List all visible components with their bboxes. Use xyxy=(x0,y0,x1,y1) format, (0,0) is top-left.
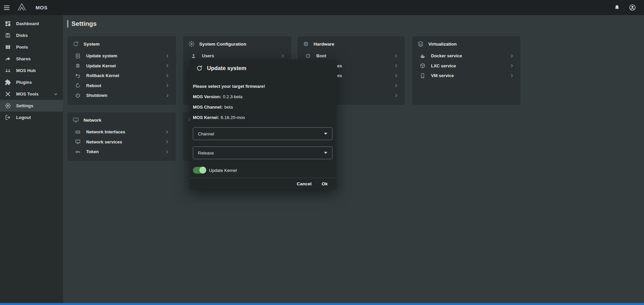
item-network-interfaces[interactable]: Network Interfaces xyxy=(67,127,176,137)
channel-select-label: Channel xyxy=(198,131,324,136)
item-lxc-service[interactable]: LXC service xyxy=(412,61,521,71)
chevron-right-icon xyxy=(165,73,170,78)
item-network-services[interactable]: Network services xyxy=(67,137,176,147)
item-shutdown[interactable]: Shutdown xyxy=(67,90,176,101)
card-system: System Update system Update Kernel Rollb… xyxy=(67,36,176,105)
item-update-kernel[interactable]: Update Kernel xyxy=(67,61,176,71)
docker-whale-icon xyxy=(420,53,426,59)
update-kernel-toggle-row: Update Kernel xyxy=(193,167,332,174)
sidebar-item-mos-tools[interactable]: MOS Tools xyxy=(0,88,63,100)
item-reboot[interactable]: Reboot xyxy=(67,81,176,91)
sidebar: Dashboard Disks Pools Shares MOS Hub Plu… xyxy=(0,15,63,303)
power-icon xyxy=(75,93,81,99)
top-app-bar: MOS xyxy=(0,0,644,15)
card-title: Network xyxy=(84,118,101,123)
restart-icon xyxy=(75,82,81,88)
chevron-right-icon xyxy=(509,63,515,68)
card-title: System xyxy=(84,42,100,47)
mos-channel-line: MOS Channel:beta xyxy=(193,105,332,110)
update-kernel-toggle[interactable] xyxy=(193,167,206,174)
gear-icon xyxy=(188,41,195,47)
card-virtualization: Virtualization Docker service LXC servic… xyxy=(412,36,521,105)
ethernet-icon xyxy=(75,129,81,135)
sidebar-item-pools[interactable]: Pools xyxy=(0,41,63,53)
card-system-configuration-header: System Configuration xyxy=(183,36,291,51)
item-docker-service[interactable]: Docker service xyxy=(412,51,521,61)
item-token[interactable]: Token xyxy=(67,147,176,157)
sidebar-item-disks[interactable]: Disks xyxy=(0,29,63,41)
account-icon[interactable] xyxy=(628,3,637,12)
sidebar-item-label: Dashboard xyxy=(16,21,58,26)
release-select[interactable]: Release xyxy=(193,146,332,159)
sidebar-item-label: MOS Hub xyxy=(16,68,58,73)
sidebar-item-label: MOS Tools xyxy=(16,92,48,97)
item-rollback-kernel[interactable]: Rollback Kernel xyxy=(67,71,176,81)
sidebar-item-mos-hub[interactable]: MOS Hub xyxy=(0,65,63,76)
ok-button[interactable]: Ok xyxy=(318,179,332,188)
update-icon xyxy=(72,41,79,47)
chevron-right-icon xyxy=(509,73,515,78)
card-network: Network Network Interfaces Network servi… xyxy=(67,112,176,161)
mos-version-value: 0.2.3-beta xyxy=(223,94,243,99)
chevron-right-icon xyxy=(393,83,399,88)
sidebar-item-plugins[interactable]: Plugins xyxy=(0,76,63,88)
chevron-right-icon xyxy=(393,93,399,98)
mos-version-line: MOS Version:0.2.3-beta xyxy=(193,94,332,99)
chevron-right-icon xyxy=(393,73,399,78)
server-tower-icon xyxy=(420,73,426,79)
mos-kernel-value: 6.18.20-mos xyxy=(221,115,245,120)
app-title: MOS xyxy=(36,5,48,10)
mos-channel-label: MOS Channel: xyxy=(193,105,223,110)
mos-kernel-label: MOS Kernel: xyxy=(193,115,219,120)
sidebar-item-logout[interactable]: Logout xyxy=(0,112,63,123)
bottom-accent-bar xyxy=(0,303,644,305)
mos-channel-value: beta xyxy=(224,105,233,110)
card-network-header: Network xyxy=(67,112,176,127)
page-header: Settings xyxy=(67,20,97,27)
chevron-down-icon xyxy=(53,92,58,97)
sidebar-item-label: Shares xyxy=(16,56,58,61)
system-update-icon xyxy=(75,53,81,59)
dropdown-caret-icon xyxy=(324,133,327,135)
card-title: Hardware xyxy=(314,42,334,47)
update-system-dialog: Update system Please select your target … xyxy=(190,59,336,189)
card-system-header: System xyxy=(67,36,176,51)
chevron-right-icon xyxy=(164,139,170,144)
kernel-chip-icon xyxy=(75,63,81,69)
sidebar-item-label: Logout xyxy=(16,115,58,120)
sidebar-item-dashboard[interactable]: Dashboard xyxy=(0,18,63,29)
mos-logo-icon xyxy=(16,2,28,13)
sidebar-item-shares[interactable]: Shares xyxy=(0,53,63,65)
card-virtualization-header: Virtualization xyxy=(412,36,521,51)
chevron-right-icon xyxy=(165,83,170,88)
toggle-knob xyxy=(199,167,206,174)
card-hardware-header: Hardware xyxy=(298,36,405,51)
cube-icon xyxy=(420,63,426,69)
key-icon xyxy=(75,149,81,155)
card-title: System Configuration xyxy=(199,42,246,47)
chevron-right-icon xyxy=(393,53,399,59)
channel-select[interactable]: Channel xyxy=(193,127,332,140)
dialog-title: Update system xyxy=(207,65,246,71)
dropdown-caret-icon xyxy=(324,152,327,154)
sidebar-item-label: Plugins xyxy=(16,80,58,85)
dialog-footer: Cancel Ok xyxy=(190,178,336,189)
cancel-button[interactable]: Cancel xyxy=(293,179,316,188)
notifications-bell-icon[interactable] xyxy=(612,3,621,12)
sidebar-item-label: Settings xyxy=(16,103,58,108)
chevron-right-icon xyxy=(165,53,170,59)
item-vm-service[interactable]: VM service xyxy=(412,71,521,81)
dialog-prompt: Please select your target firmware! xyxy=(193,84,332,89)
title-accent-bar xyxy=(67,20,68,27)
mos-kernel-line: MOS Kernel:6.18.20-mos xyxy=(193,115,332,120)
dialog-header: Update system xyxy=(190,59,336,74)
chevron-right-icon xyxy=(164,129,170,135)
menu-icon[interactable] xyxy=(0,0,13,15)
chevron-right-icon xyxy=(165,93,170,98)
chevron-right-icon xyxy=(165,63,170,68)
sidebar-item-label: Disks xyxy=(16,33,58,38)
update-kernel-toggle-label: Update Kernel xyxy=(209,168,237,173)
item-update-system[interactable]: Update system xyxy=(67,51,176,61)
layers-icon xyxy=(417,41,424,47)
sidebar-item-settings[interactable]: Settings xyxy=(0,100,63,112)
